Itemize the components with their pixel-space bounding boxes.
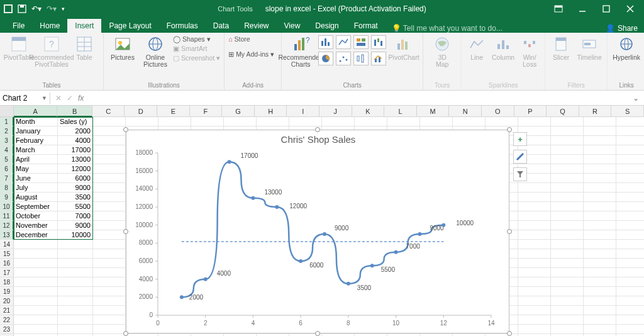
cell[interactable]: 10000 [58,230,93,240]
table-button[interactable]: Table [69,35,99,61]
cell[interactable] [551,221,584,230]
cell[interactable] [551,296,584,306]
cell[interactable] [616,174,644,183]
cell[interactable] [616,117,644,126]
column-header[interactable]: K [352,106,385,117]
embedded-chart[interactable]: Chris' Shop Sales02000400060008000100001… [126,130,509,333]
cell[interactable] [93,174,126,183]
row-header[interactable]: 4 [0,145,14,155]
row-header[interactable]: 11 [0,211,14,221]
cell[interactable] [616,296,644,306]
cell[interactable]: 6000 [58,174,93,183]
cell[interactable] [58,287,93,296]
cell[interactable] [14,240,58,249]
tab-design[interactable]: Design [308,19,346,33]
cell[interactable] [551,117,584,126]
cell[interactable] [518,221,551,230]
cell[interactable] [355,117,387,126]
cell[interactable] [616,277,644,287]
cell[interactable] [420,117,453,126]
cell[interactable]: April [14,155,58,164]
row-header[interactable]: 19 [0,287,14,296]
cell[interactable]: 13000 [58,155,93,164]
cell[interactable] [14,287,58,296]
column-header[interactable]: C [92,106,125,117]
resize-handle[interactable] [123,331,128,336]
cell[interactable] [518,202,551,211]
cell[interactable] [93,306,126,315]
chart-pie-icon[interactable] [318,52,333,65]
hyperlink-button[interactable]: Hyperlink [611,35,641,61]
column-header[interactable]: O [482,106,514,117]
cell[interactable] [584,268,616,277]
cell[interactable] [14,306,58,315]
sparkline-winloss-button[interactable]: Win/ Loss [518,35,541,68]
cell[interactable] [551,202,584,211]
cell[interactable] [58,249,93,259]
cell[interactable] [616,202,644,211]
undo-icon[interactable]: ↶▾ [31,4,42,13]
cell[interactable] [551,306,584,315]
cell[interactable] [616,211,644,221]
tab-data[interactable]: Data [206,19,236,33]
cell[interactable] [93,249,126,259]
cell[interactable] [224,117,257,126]
cell[interactable] [191,117,224,126]
cell[interactable] [551,277,584,287]
column-header[interactable]: A [14,106,57,117]
resize-handle[interactable] [123,127,128,132]
tab-insert[interactable]: Insert [67,19,101,33]
cell[interactable] [551,164,584,174]
row-header[interactable]: 12 [0,221,14,230]
cell[interactable] [58,296,93,306]
cell[interactable]: March [14,145,58,155]
name-box[interactable]: Chart 2▼ [0,92,50,104]
cell[interactable] [551,211,584,221]
cell[interactable] [551,155,584,164]
cell[interactable] [322,117,355,126]
row-header[interactable]: 8 [0,183,14,193]
cell[interactable] [58,325,93,334]
chart-waterfall-icon[interactable] [371,35,386,49]
cell[interactable]: November [14,221,58,230]
close-icon[interactable] [623,3,638,14]
cell[interactable] [551,174,584,183]
cell[interactable] [616,287,644,296]
cell[interactable]: June [14,174,58,183]
column-header[interactable]: N [449,106,482,117]
chart-styles-button[interactable] [513,150,527,164]
cell[interactable] [616,164,644,174]
cell[interactable] [616,193,644,202]
tab-format[interactable]: Format [347,19,386,33]
cell[interactable] [93,315,126,325]
cell[interactable] [551,315,584,325]
cell[interactable]: May [14,164,58,174]
cell[interactable] [93,230,126,240]
tell-me-input[interactable]: 💡 Tell me what you want to do... [392,24,606,33]
cell[interactable] [616,268,644,277]
cell[interactable] [93,193,126,202]
column-header[interactable]: S [611,106,644,117]
cell[interactable] [584,145,616,155]
cell[interactable] [551,259,584,268]
timeline-button[interactable]: Timeline [575,35,603,61]
qat-customize-icon[interactable]: ▾ [62,6,65,12]
cell[interactable]: 4000 [58,136,93,145]
resize-handle[interactable] [315,331,320,336]
cell[interactable] [158,117,191,126]
pictures-button[interactable]: Pictures [108,35,138,61]
resize-handle[interactable] [315,127,320,132]
row-header[interactable]: 1 [0,117,14,126]
cell[interactable] [93,268,126,277]
cell[interactable]: 9000 [58,221,93,230]
row-header[interactable]: 7 [0,174,14,183]
chart-column-icon[interactable] [318,35,333,49]
cell[interactable] [14,315,58,325]
cell[interactable]: September [14,202,58,211]
store-button[interactable]: ⌂Store [228,35,277,43]
cell[interactable] [518,296,551,306]
cell[interactable] [551,183,584,193]
cell[interactable] [584,296,616,306]
cell[interactable] [584,117,616,126]
online-pictures-button[interactable]: Online Pictures [140,35,170,68]
